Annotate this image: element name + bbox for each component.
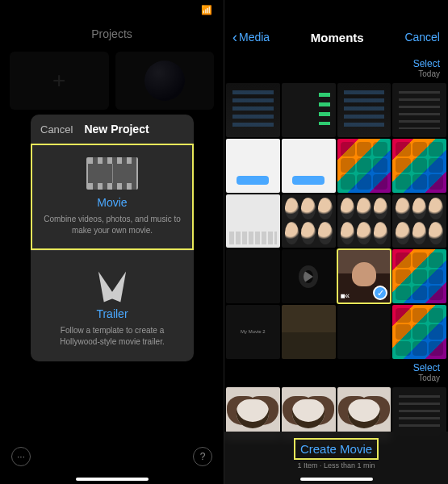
day-label: Today xyxy=(418,69,440,78)
thumb[interactable] xyxy=(226,249,280,303)
thumb[interactable] xyxy=(392,83,446,137)
thumb[interactable] xyxy=(337,194,391,248)
projects-title: Projects xyxy=(0,19,224,52)
thumb[interactable] xyxy=(282,83,336,137)
video-icon: ■« xyxy=(341,291,350,300)
thumb[interactable] xyxy=(282,249,336,303)
thumb[interactable] xyxy=(282,139,336,193)
thumb[interactable] xyxy=(392,194,446,248)
status-icons: 📶 xyxy=(201,5,212,15)
nav-bar: ‹ Media Moments Cancel xyxy=(224,19,448,55)
project-tiles: + xyxy=(0,52,224,110)
trailer-option[interactable]: Trailer Follow a template to create a Ho… xyxy=(31,250,194,361)
thumb[interactable] xyxy=(282,194,336,248)
back-label: Media xyxy=(239,31,270,44)
media-grid: ■« ✓ My Movie 2 xyxy=(224,83,448,359)
movie-option-desc: Combine videos, photos, and music to mak… xyxy=(42,214,182,236)
day-label: Today xyxy=(418,373,440,382)
create-movie-button[interactable]: Create Movie xyxy=(295,440,377,458)
select-button[interactable]: Select xyxy=(413,58,440,69)
spotlight-icon xyxy=(42,264,182,301)
thumb[interactable] xyxy=(337,139,391,193)
thumb[interactable]: My Movie 2 xyxy=(226,305,280,359)
cancel-button[interactable]: Cancel xyxy=(40,123,73,136)
trailer-option-title: Trailer xyxy=(42,307,182,320)
right-screen: ‹ Media Moments Cancel Select Today ■« ✓… xyxy=(224,0,448,484)
thumb[interactable] xyxy=(392,249,446,303)
bottom-toolbar: ··· ? xyxy=(0,447,224,466)
thumb[interactable] xyxy=(392,139,446,193)
check-icon: ✓ xyxy=(373,286,387,300)
create-subtext: 1 Item · Less than 1 min xyxy=(224,461,448,469)
left-screen: 📶 Projects + Cancel New Project Movie Co… xyxy=(0,0,224,484)
movie-option[interactable]: Movie Combine videos, photos, and music … xyxy=(31,144,194,250)
home-indicator[interactable] xyxy=(76,478,149,481)
thumb-label: My Movie 2 xyxy=(241,329,266,334)
section-header: Select Today xyxy=(224,55,448,83)
trailer-option-desc: Follow a template to create a Hollywood-… xyxy=(42,325,182,347)
create-bar: Create Movie 1 Item · Less than 1 min xyxy=(224,432,448,484)
thumb[interactable] xyxy=(226,139,280,193)
cancel-button[interactable]: Cancel xyxy=(404,31,440,44)
thumb[interactable] xyxy=(226,194,280,248)
section-header: Select Today xyxy=(224,359,448,387)
plus-icon: + xyxy=(52,68,65,94)
thumb[interactable] xyxy=(337,305,391,359)
more-button[interactable]: ··· xyxy=(11,447,31,466)
help-button[interactable]: ? xyxy=(193,447,212,466)
chevron-left-icon: ‹ xyxy=(232,29,237,46)
new-project-modal: Cancel New Project Movie Combine videos,… xyxy=(31,115,194,361)
modal-title: New Project xyxy=(84,123,149,136)
thumb[interactable] xyxy=(282,305,336,359)
home-indicator[interactable] xyxy=(300,478,373,481)
add-project-tile[interactable]: + xyxy=(10,52,109,110)
back-button[interactable]: ‹ Media xyxy=(232,29,270,46)
thumb[interactable] xyxy=(392,305,446,359)
thumb[interactable] xyxy=(337,83,391,137)
film-icon xyxy=(42,157,182,190)
globe-icon xyxy=(144,60,185,101)
nav-title: Moments xyxy=(311,31,364,44)
project-tile[interactable] xyxy=(115,52,215,110)
status-bar: 📶 xyxy=(0,0,224,19)
select-button[interactable]: Select xyxy=(413,362,440,373)
movie-option-title: Movie xyxy=(42,196,182,209)
thumb-selected[interactable]: ■« ✓ xyxy=(337,249,391,303)
thumb[interactable] xyxy=(226,83,280,137)
modal-header: Cancel New Project xyxy=(31,115,194,144)
